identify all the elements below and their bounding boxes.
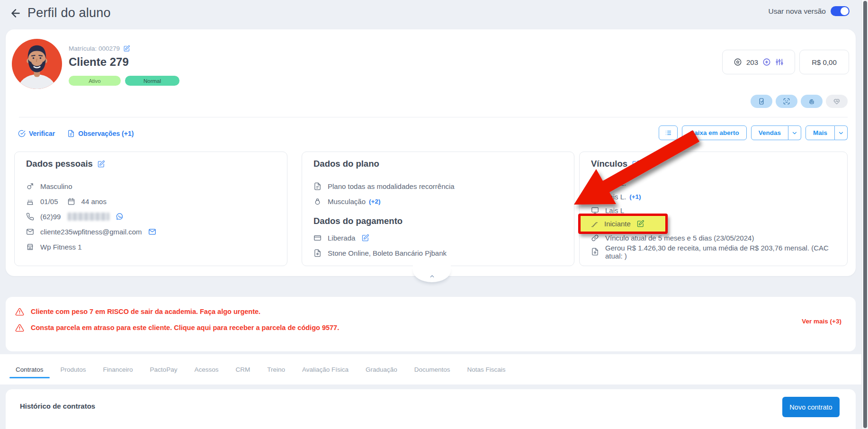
sliders-icon[interactable] — [775, 58, 784, 66]
alert-overdue[interactable]: Consta parcela em atraso para este clien… — [15, 320, 841, 336]
caixa-em-aberto-button[interactable]: Caixa em aberto — [682, 125, 746, 140]
payment-status-row: Liberada — [313, 230, 563, 245]
novo-contrato-button[interactable]: Novo contrato — [782, 397, 840, 417]
calendar-icon — [67, 197, 75, 206]
face-recognition-button[interactable] — [776, 95, 797, 108]
top-bar: Perfil do aluno Usar nova versão — [0, 0, 862, 28]
dados-pessoais-title: Dados pessoais — [26, 159, 93, 169]
tab-documentos[interactable]: Documentos — [408, 354, 456, 384]
org-icon — [591, 193, 599, 201]
collapse-button[interactable] — [413, 266, 451, 282]
ver-mais-link[interactable]: Ver mais (+3) — [802, 318, 841, 325]
plan-row: Plano todas as modalidades recorrência — [313, 179, 563, 194]
mais-caret-button[interactable] — [835, 125, 848, 140]
device-actions — [751, 95, 848, 108]
payment-methods-row: Stone Online, Boleto Bancário Pjbank — [313, 245, 563, 260]
credits-value: 203 — [746, 58, 758, 66]
contracts-title: Histórico de contratos — [20, 402, 95, 410]
balance-value: R$ 0,00 — [812, 58, 837, 66]
edit-matricula-icon[interactable] — [123, 45, 130, 52]
fingerprint-button[interactable] — [801, 95, 823, 108]
modality-more-link[interactable]: (+2) — [369, 198, 380, 205]
consultant-row: Lais L. — [591, 176, 836, 190]
contracts-section: Histórico de contratos Novo contrato — [6, 389, 856, 429]
back-button[interactable] — [8, 5, 24, 21]
toggle-knob — [841, 7, 849, 15]
fingerprint-icon — [808, 98, 815, 105]
check-circle-icon — [18, 130, 26, 137]
tab-crm[interactable]: CRM — [229, 354, 256, 384]
modality-row: Musculação (+2) — [313, 194, 563, 209]
verificar-link[interactable]: Verificar — [18, 130, 55, 137]
chevron-down-icon — [838, 130, 844, 136]
balance-box[interactable]: R$ 0,00 — [799, 50, 849, 74]
tab-contratos[interactable]: Contratos — [9, 354, 50, 384]
edit-dados-pessoais-icon[interactable] — [97, 160, 105, 168]
alert-risk[interactable]: Cliente com peso 7 em RISCO de sair da a… — [15, 304, 841, 320]
invoice-icon — [591, 248, 599, 256]
scrollbar[interactable] — [861, 0, 868, 429]
edit-payment-icon[interactable] — [361, 234, 369, 242]
warning-icon — [15, 323, 24, 332]
warning-icon — [15, 307, 24, 316]
mais-button[interactable]: Mais — [805, 125, 835, 140]
birthday-row: 01/05 44 anos — [26, 194, 276, 209]
tab-acessos[interactable]: Acessos — [188, 354, 224, 384]
email-row: cliente235wpfitness@gmail.com — [26, 224, 276, 239]
edit-vinculos-icon[interactable] — [632, 160, 640, 168]
credits-box[interactable]: 203 — [722, 50, 795, 74]
matricula-label: Matrícula: 000279 — [69, 45, 120, 52]
device-check-icon — [758, 98, 765, 105]
tab-pactopay[interactable]: PactoPay — [144, 354, 184, 384]
send-mail-icon[interactable] — [148, 228, 156, 236]
note-icon — [67, 130, 75, 137]
coin-star-icon — [734, 58, 742, 66]
clipboard-icon — [591, 179, 599, 187]
tab-avaliacao-fisica[interactable]: Avaliação Física — [296, 354, 355, 384]
kettlebell-icon — [313, 197, 322, 206]
mail-icon — [26, 228, 34, 236]
scrollbar-thumb[interactable] — [863, 1, 867, 428]
gender-icon — [26, 182, 34, 190]
store-icon — [26, 243, 34, 251]
dados-plano-title: Dados do plano — [313, 159, 379, 169]
divider — [19, 117, 848, 117]
credit-card-icon — [313, 234, 322, 242]
edit-level-icon[interactable] — [636, 220, 644, 228]
phone-redacted — [68, 213, 109, 221]
level-label: Iniciante — [604, 220, 631, 228]
dados-pagamento-title: Dados do pagamento — [313, 216, 403, 226]
vendas-split-button: Vendas — [751, 125, 801, 140]
plus-circle-icon[interactable] — [762, 58, 771, 66]
tab-produtos[interactable]: Produtos — [54, 354, 92, 384]
cake-icon — [26, 197, 34, 206]
list-icon — [665, 129, 672, 136]
link-icon — [591, 234, 599, 242]
tab-notas-fiscais[interactable]: Notas Fiscais — [461, 354, 512, 384]
checkin-button[interactable] — [751, 95, 772, 108]
observacoes-link[interactable]: Observações (+1) — [67, 130, 134, 137]
team-more-link[interactable]: (+1) — [629, 193, 641, 200]
wellness-button[interactable] — [826, 95, 848, 108]
invoice-icon — [313, 249, 322, 257]
page-title: Perfil do aluno — [27, 6, 111, 20]
new-version-toggle[interactable] — [831, 6, 850, 16]
vendas-caret-button[interactable] — [788, 125, 801, 140]
vinculos-title: Vínculos — [591, 159, 627, 169]
tabs-bar: Contratos Produtos Financeiro PactoPay A… — [0, 354, 862, 384]
verificar-label: Verificar — [29, 130, 55, 137]
unit-row: Wp Fitness 1 — [26, 239, 276, 254]
tab-financeiro[interactable]: Financeiro — [97, 354, 139, 384]
file-text-icon — [313, 182, 322, 190]
face-scan-icon — [783, 98, 790, 105]
tab-treino[interactable]: Treino — [261, 354, 291, 384]
whatsapp-icon[interactable] — [116, 213, 124, 221]
status-badge: Ativo — [69, 76, 121, 86]
stairs-icon — [591, 220, 599, 228]
tab-graduacao[interactable]: Graduação — [359, 354, 403, 384]
type-badge: Normal — [125, 76, 179, 86]
client-name: Cliente 279 — [69, 55, 179, 69]
list-button[interactable] — [659, 125, 678, 140]
vendas-button[interactable]: Vendas — [751, 125, 788, 140]
vinculos-card: Vínculos Lais L. Lais L. (+1) — [579, 152, 848, 266]
